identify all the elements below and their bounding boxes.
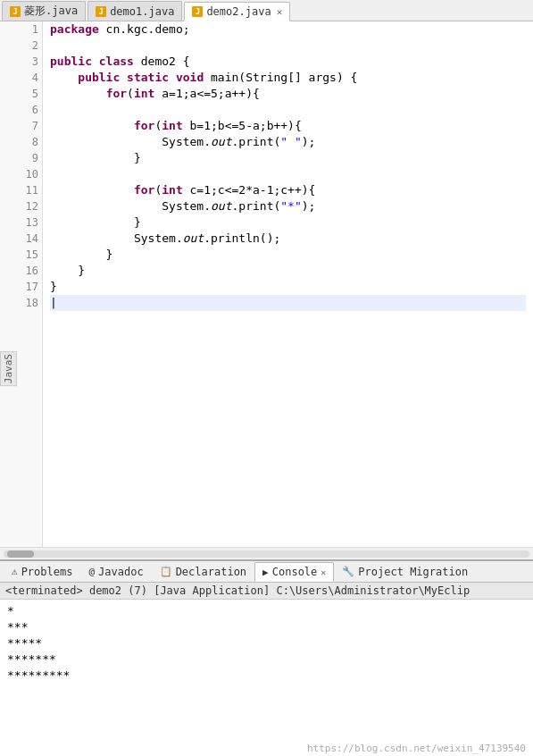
tab-demo2[interactable]: J demo2.java ✕ [184,2,290,21]
code-line-10 [50,166,526,182]
problems-icon: ⚠ [12,566,18,577]
console-close-icon[interactable]: ✕ [321,567,326,577]
tab-lingxing[interactable]: J 菱形.java [2,1,86,21]
line-num-5: 5 [20,86,42,102]
code-editor[interactable]: package cn.kgc.demo; public class demo2 … [43,21,533,547]
tab-declaration-label: Declaration [176,566,246,578]
watermark-text: https://blog.csdn.net/weixin_47139540 [307,743,526,754]
line-num-6: 6 [20,102,42,118]
code-line-18: | [50,295,526,311]
console-line-1: * [7,603,526,619]
console-header-text: <terminated> demo2 (7) [Java Application… [5,584,470,597]
tab-javadoc[interactable]: @ Javadoc [80,562,151,582]
code-line-14: System.out.println(); [50,231,526,247]
line-num-17: 17 [20,279,42,295]
code-line-13: } [50,214,526,231]
line-num-3: 3 [20,54,42,70]
tab-close-icon[interactable]: ✕ [277,6,283,18]
java-file-icon: J [192,6,203,17]
tab-label: demo1.java [110,5,174,18]
bottom-tabs-bar: ⚠ Problems @ Javadoc 📋 Declaration ▶ Con… [0,561,533,583]
editor-tabs: J 菱形.java J demo1.java J demo2.java ✕ [0,0,533,21]
editor-area: 1 2 3 4 5 6 7 8 9 10 11 12 13 14 15 16 1… [0,21,533,547]
code-line-12: System.out.print("*"); [50,198,526,214]
tab-problems-label: Problems [21,566,73,578]
code-line-17: } [50,279,526,295]
line-num-13: 13 [20,214,42,231]
watermark: https://blog.csdn.net/weixin_47139540 [0,741,533,756]
console-line-4: ******* [7,651,526,668]
scrollbar-thumb[interactable] [7,550,34,558]
editor-left-margin: 1 2 3 4 5 6 7 8 9 10 11 12 13 14 15 16 1… [0,21,43,547]
console-line-2: *** [7,619,526,635]
javadoc-icon: @ [88,566,95,577]
bottom-panel: ⚠ Problems @ Javadoc 📋 Declaration ▶ Con… [0,559,533,756]
line-num-9: 9 [20,150,42,166]
line-num-14: 14 [20,231,42,247]
line-num-10: 10 [20,166,42,182]
tab-project-migration[interactable]: 🔧 Project Migration [334,562,476,582]
line-num-1: 1 [20,21,42,38]
console-line-5: ********* [7,668,526,684]
java-file-icon: J [96,6,106,17]
code-line-9: } [50,150,526,166]
code-line-16: } [50,263,526,279]
line-num-7: 7 [20,118,42,134]
tab-declaration[interactable]: 📋 Declaration [152,562,254,582]
javas-label: JavaS [0,351,17,386]
tab-problems[interactable]: ⚠ Problems [4,562,80,582]
line-num-2: 2 [20,38,42,54]
declaration-icon: 📋 [160,566,172,577]
tab-demo1[interactable]: J demo1.java [87,1,182,21]
tab-console[interactable]: ▶ Console ✕ [254,562,334,582]
tab-console-label: Console [272,566,318,578]
console-header: <terminated> demo2 (7) [Java Application… [0,583,533,600]
tab-label: 菱形.java [24,4,78,19]
code-line-11: for(int c=1;c<=2*a-1;c++){ [50,182,526,198]
console-output[interactable]: * *** ***** ******* ********* [0,600,533,741]
line-num-18: 18 [20,295,42,311]
code-line-5: for(int a=1;a<=5;a++){ [50,86,526,102]
code-line-4: public static void main(String[] args) { [50,70,526,86]
tab-migration-label: Project Migration [358,566,468,578]
line-num-11: 11 [20,182,42,198]
line-num-8: 8 [20,134,42,150]
tab-javadoc-label: Javadoc [98,566,144,578]
line-num-4: 4 [20,70,42,86]
horizontal-scrollbar[interactable] [0,547,533,559]
code-line-8: System.out.print(" "); [50,134,526,150]
tab-label: demo2.java [206,5,271,18]
migration-icon: 🔧 [342,566,354,577]
code-line-3: public class demo2 { [50,54,526,70]
code-line-1: package cn.kgc.demo; [50,21,526,38]
console-line-3: ***** [7,635,526,651]
line-num-16: 16 [20,263,42,279]
java-file-icon: J [10,6,21,17]
code-line-15: } [50,247,526,263]
code-line-7: for(int b=1;b<=5-a;b++){ [50,118,526,134]
line-num-12: 12 [20,198,42,214]
line-num-15: 15 [20,247,42,263]
console-icon: ▶ [262,567,269,578]
scrollbar-track[interactable] [4,550,529,558]
code-line-2 [50,38,526,54]
code-line-6 [50,102,526,118]
line-numbers: 1 2 3 4 5 6 7 8 9 10 11 12 13 14 15 16 1… [20,21,42,311]
